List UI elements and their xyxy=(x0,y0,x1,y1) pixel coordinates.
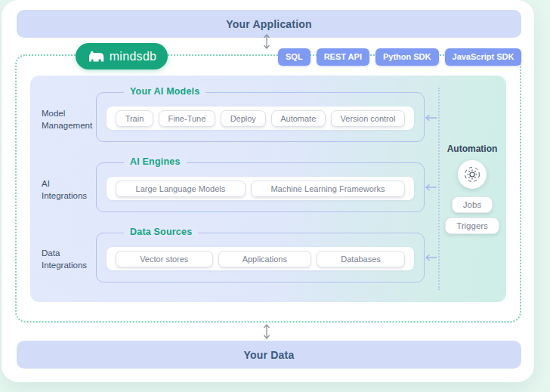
button-databases[interactable]: Databases xyxy=(317,251,405,267)
group-box-your-ai-models: Your AI Models Train Fine-Tune Deploy Au… xyxy=(96,92,425,142)
button-large-language-models[interactable]: Large Language Models xyxy=(116,181,246,197)
group-title-ai-engines: AI Engines xyxy=(124,156,187,167)
automation-column: Automation Jobs Triggers xyxy=(438,144,506,239)
button-version-control[interactable]: Version control xyxy=(331,110,405,127)
button-vector-stores[interactable]: Vector stores xyxy=(116,251,213,267)
group-box-ai-engines: AI Engines Large Language Models Machine… xyxy=(96,162,425,212)
row-label-ai-integrations: AI Integrations xyxy=(42,178,94,202)
api-pill-sql[interactable]: SQL xyxy=(278,48,311,66)
mindsdb-bear-icon xyxy=(87,50,105,63)
button-strip-your-ai-models: Train Fine-Tune Deploy Automate Version … xyxy=(107,106,414,130)
your-data-label: Your Data xyxy=(244,349,295,361)
your-application-label: Your Application xyxy=(226,18,312,30)
mindsdb-logo: mindsdb xyxy=(76,43,168,69)
button-jobs[interactable]: Jobs xyxy=(452,196,493,213)
button-train[interactable]: Train xyxy=(116,110,153,127)
left-arrow-icon xyxy=(425,114,437,122)
mindsdb-logo-label: mindsdb xyxy=(110,50,157,63)
row-label-data-integrations: Data Integrations xyxy=(42,248,94,271)
button-deploy[interactable]: Deploy xyxy=(221,110,266,127)
api-pill-python-sdk[interactable]: Python SDK xyxy=(375,48,439,66)
group-box-data-sources: Data Sources Vector stores Applications … xyxy=(96,233,425,282)
api-pill-rest-api[interactable]: REST API xyxy=(317,48,369,66)
api-pills-row: SQL REST API Python SDK JavaScript SDK xyxy=(278,48,521,66)
architecture-panel: Model Management AI Integrations Data In… xyxy=(30,76,506,302)
automation-gear-badge xyxy=(458,160,487,189)
left-arrow-icon xyxy=(425,254,437,261)
group-title-data-sources: Data Sources xyxy=(124,227,198,237)
page-background: Your Application mindsdb SQL REST API Py… xyxy=(0,0,550,392)
api-pill-javascript-sdk[interactable]: JavaScript SDK xyxy=(445,48,522,66)
button-strip-data-sources: Vector stores Applications Databases xyxy=(107,247,414,270)
left-arrow-icon xyxy=(425,184,437,191)
sync-arrow-top-icon xyxy=(263,33,270,50)
button-applications[interactable]: Applications xyxy=(218,251,312,267)
button-automate[interactable]: Automate xyxy=(271,110,326,127)
button-fine-tune[interactable]: Fine-Tune xyxy=(159,110,215,127)
group-title-your-ai-models: Your AI Models xyxy=(124,86,205,97)
sync-arrow-bottom-icon xyxy=(263,323,270,340)
row-label-model-management: Model Management xyxy=(42,108,94,131)
automation-title: Automation xyxy=(447,144,498,154)
gear-icon xyxy=(462,165,482,184)
button-triggers[interactable]: Triggers xyxy=(445,218,499,234)
button-strip-ai-engines: Large Language Models Machine Learning F… xyxy=(107,177,414,200)
button-machine-learning-frameworks[interactable]: Machine Learning Frameworks xyxy=(251,181,405,197)
your-data-bar: Your Data xyxy=(17,341,521,369)
